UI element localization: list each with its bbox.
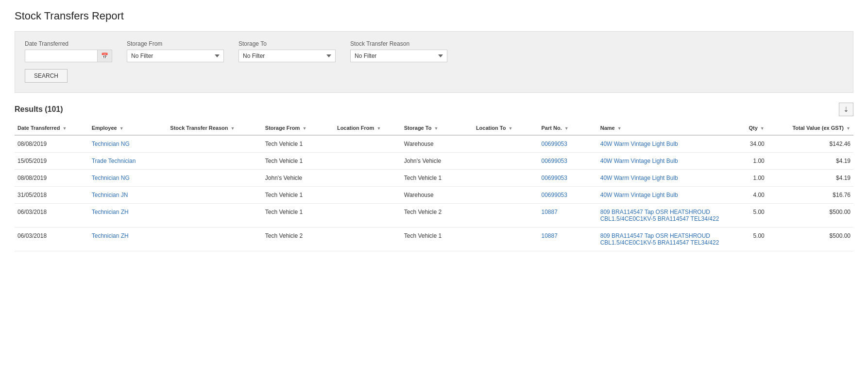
col-header-lfrom[interactable]: Location From ▼: [334, 121, 401, 135]
table-cell: John's Vehicle: [262, 170, 334, 187]
table-cell: [167, 187, 262, 204]
employee-link[interactable]: Technician NG: [92, 175, 130, 181]
table-cell: [334, 153, 401, 170]
col-header-total[interactable]: Total Value (ex GST) ▼: [767, 121, 853, 135]
search-button[interactable]: SEARCH: [25, 69, 68, 83]
col-header-employee[interactable]: Employee ▼: [89, 121, 168, 135]
table-cell[interactable]: 00699053: [539, 135, 597, 153]
table-cell: Warehouse: [401, 135, 473, 153]
calendar-button[interactable]: 📅: [97, 50, 112, 62]
col-header-str[interactable]: Stock Transfer Reason ▼: [167, 121, 262, 135]
partno-link[interactable]: 00699053: [542, 192, 567, 198]
table-cell: [334, 135, 401, 153]
table-cell: [473, 170, 539, 187]
col-header-date[interactable]: Date Transferred ▼: [15, 121, 89, 135]
table-cell: Tech Vehicle 1: [262, 153, 334, 170]
table-cell[interactable]: 00699053: [539, 170, 597, 187]
filter-row: Date Transferred 📅 Storage From No Filte…: [25, 40, 843, 62]
table-cell: Warehouse: [401, 187, 473, 204]
name-link[interactable]: 40W Warm Vintage Light Bulb: [600, 141, 678, 147]
partno-link[interactable]: 10887: [542, 209, 558, 215]
table-cell: 5.00: [728, 204, 767, 228]
download-icon: ⇣: [843, 106, 849, 113]
header-row: Date Transferred ▼ Employee ▼ Stock Tran…: [15, 121, 853, 135]
partno-link[interactable]: 00699053: [542, 175, 567, 181]
table-cell: [473, 187, 539, 204]
sort-arrow-date: ▼: [63, 126, 67, 131]
table-cell: John's Vehicle: [401, 153, 473, 170]
name-link[interactable]: 40W Warm Vintage Light Bulb: [600, 192, 678, 198]
table-cell: Tech Vehicle 1: [401, 228, 473, 251]
table-cell: Tech Vehicle 1: [401, 170, 473, 187]
table-cell: Tech Vehicle 2: [401, 204, 473, 228]
sort-arrow-sto: ▼: [434, 126, 438, 131]
table-row: 08/08/2019Technician NGTech Vehicle 1War…: [15, 135, 853, 153]
name-link[interactable]: 40W Warm Vintage Light Bulb: [600, 175, 678, 181]
table-cell: [334, 187, 401, 204]
partno-link[interactable]: 10887: [542, 232, 558, 239]
table-cell[interactable]: 40W Warm Vintage Light Bulb: [597, 170, 728, 187]
table-cell[interactable]: 10887: [539, 228, 597, 251]
stock-transfer-reason-select[interactable]: No Filter: [350, 50, 447, 62]
date-transferred-group: Date Transferred 📅: [25, 40, 112, 62]
storage-to-select[interactable]: No Filter: [238, 50, 336, 62]
table-cell: Tech Vehicle 1: [262, 135, 334, 153]
table-cell: [473, 228, 539, 251]
stock-transfer-reason-label: Stock Transfer Reason: [350, 40, 447, 47]
stock-transfer-reason-group: Stock Transfer Reason No Filter: [350, 40, 447, 62]
name-link[interactable]: 809 BRA114547 Tap OSR HEATSHROUD CBL1.5/…: [600, 209, 719, 222]
table-cell: $500.00: [767, 228, 853, 251]
table-cell: 5.00: [728, 228, 767, 251]
sort-arrow-lto: ▼: [508, 126, 512, 131]
col-header-sfrom[interactable]: Storage From ▼: [262, 121, 334, 135]
col-header-partno[interactable]: Part No. ▼: [539, 121, 597, 135]
employee-link[interactable]: Technician NG: [92, 141, 130, 147]
table-cell: [167, 135, 262, 153]
table-cell: Tech Vehicle 1: [262, 204, 334, 228]
name-link[interactable]: 40W Warm Vintage Light Bulb: [600, 158, 678, 164]
employee-link[interactable]: Trade Technician: [92, 158, 136, 164]
table-cell: 08/08/2019: [15, 135, 89, 153]
results-section: Results (101) ⇣ Date Transferred ▼ Emplo…: [15, 103, 853, 251]
employee-link[interactable]: Technician ZH: [92, 232, 129, 239]
col-header-name[interactable]: Name ▼: [597, 121, 728, 135]
table-cell[interactable]: Technician ZH: [89, 228, 168, 251]
partno-link[interactable]: 00699053: [542, 141, 567, 147]
table-row: 15/05/2019Trade TechnicianTech Vehicle 1…: [15, 153, 853, 170]
table-header: Date Transferred ▼ Employee ▼ Stock Tran…: [15, 121, 853, 135]
name-link[interactable]: 809 BRA114547 Tap OSR HEATSHROUD CBL1.5/…: [600, 232, 719, 246]
table-cell[interactable]: 40W Warm Vintage Light Bulb: [597, 153, 728, 170]
date-transferred-input[interactable]: [25, 50, 97, 62]
table-cell[interactable]: Trade Technician: [89, 153, 168, 170]
table-cell[interactable]: 40W Warm Vintage Light Bulb: [597, 187, 728, 204]
table-cell[interactable]: 00699053: [539, 153, 597, 170]
table-cell[interactable]: 809 BRA114547 Tap OSR HEATSHROUD CBL1.5/…: [597, 204, 728, 228]
col-header-lto[interactable]: Location To ▼: [473, 121, 539, 135]
table-cell[interactable]: Technician NG: [89, 170, 168, 187]
col-header-qty[interactable]: Qty ▼: [728, 121, 767, 135]
results-table: Date Transferred ▼ Employee ▼ Stock Tran…: [15, 121, 853, 251]
sort-arrow-employee: ▼: [119, 126, 124, 131]
calendar-icon: 📅: [101, 53, 108, 59]
table-cell: [334, 228, 401, 251]
table-row: 06/03/2018Technician ZHTech Vehicle 2Tec…: [15, 228, 853, 251]
table-cell: [473, 153, 539, 170]
table-cell[interactable]: 10887: [539, 204, 597, 228]
table-cell[interactable]: Technician NG: [89, 135, 168, 153]
table-cell[interactable]: Technician ZH: [89, 204, 168, 228]
employee-link[interactable]: Technician JN: [92, 192, 128, 198]
table-cell[interactable]: 00699053: [539, 187, 597, 204]
col-header-sto[interactable]: Storage To ▼: [401, 121, 473, 135]
employee-link[interactable]: Technician ZH: [92, 209, 129, 215]
partno-link[interactable]: 00699053: [542, 158, 567, 164]
storage-from-select[interactable]: No Filter: [127, 50, 224, 62]
table-cell: 4.00: [728, 187, 767, 204]
storage-to-group: Storage To No Filter: [238, 40, 336, 62]
table-cell: 06/03/2018: [15, 228, 89, 251]
table-cell: [473, 135, 539, 153]
download-button[interactable]: ⇣: [839, 103, 853, 116]
table-cell[interactable]: 40W Warm Vintage Light Bulb: [597, 135, 728, 153]
storage-from-label: Storage From: [127, 40, 224, 47]
table-cell[interactable]: 809 BRA114547 Tap OSR HEATSHROUD CBL1.5/…: [597, 228, 728, 251]
table-cell[interactable]: Technician JN: [89, 187, 168, 204]
